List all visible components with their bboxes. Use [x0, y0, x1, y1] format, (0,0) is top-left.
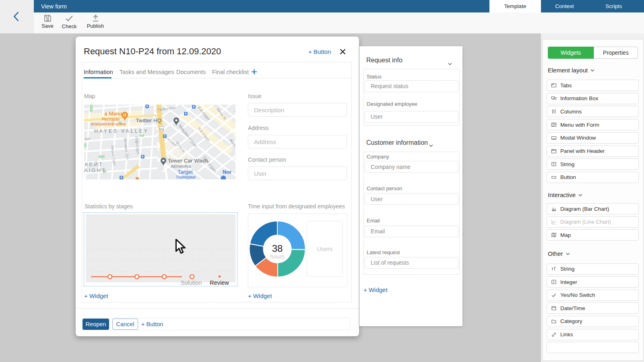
svg-text:Solution: Solution: [180, 280, 201, 286]
svg-text:a Mano: a Mano: [104, 111, 122, 117]
svg-text:КЕЙТ: КЕЙТ: [85, 161, 103, 167]
svg-text:итальянской кухни: итальянской кухни: [91, 122, 126, 126]
svg-text:Twitter HQ: Twitter HQ: [136, 117, 161, 123]
svg-text:AIGHT: AIGHT: [84, 167, 106, 173]
svg-text:Ресторан: Ресторан: [102, 117, 119, 121]
svg-text:рит: рит: [85, 137, 91, 141]
svg-text:Review: Review: [210, 280, 229, 286]
svg-text:101: 101: [159, 128, 164, 131]
svg-text:HAYES VALLEY: HAYES VALLEY: [94, 128, 149, 134]
svg-text:Nor: Nor: [223, 169, 231, 175]
svg-text:Tower Car Wash: Tower Car Wash: [168, 158, 208, 164]
svg-text:Универмаг: Универмаг: [176, 175, 196, 179]
svg-text:Автомойка: Автомойка: [171, 164, 191, 169]
svg-text:Target: Target: [178, 169, 193, 175]
